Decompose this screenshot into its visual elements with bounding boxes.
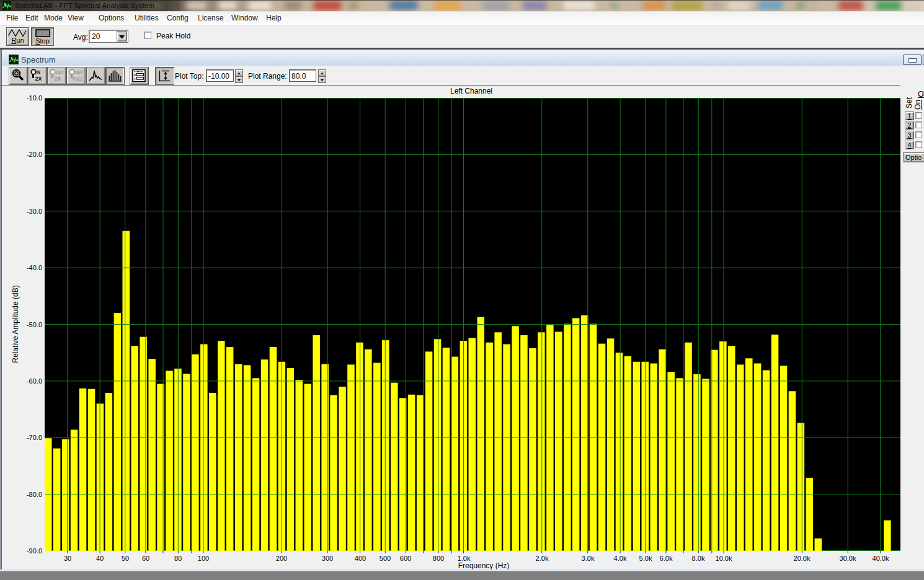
svg-text:OUT: OUT [56,70,64,74]
svg-text:A: A [134,77,136,81]
svg-text:FULL: FULL [73,77,83,81]
svg-text:2X: 2X [55,76,61,82]
svg-text:OUT: OUT [75,70,84,74]
svg-text:2X: 2X [35,76,42,82]
svg-text:M: M [134,74,136,77]
svg-text:IN: IN [37,70,41,74]
